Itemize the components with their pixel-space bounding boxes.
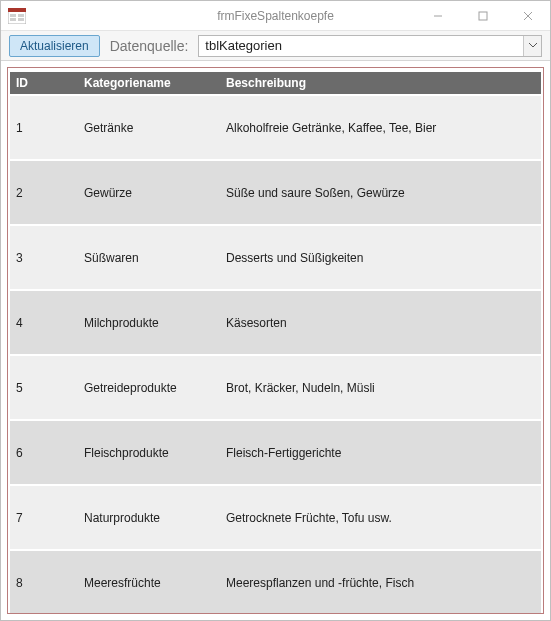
titlebar: frmFixeSpaltenkoepfe <box>1 1 550 31</box>
cell-desc: Brot, Kräcker, Nudeln, Müsli <box>220 355 541 420</box>
col-header-id[interactable]: ID <box>10 72 78 95</box>
datasource-combo[interactable]: tblKategorien <box>198 35 542 57</box>
cell-desc: Käsesorten <box>220 290 541 355</box>
cell-name: Süßwaren <box>78 225 220 290</box>
svg-rect-2 <box>10 14 16 17</box>
svg-rect-1 <box>8 8 26 12</box>
cell-name: Fleischprodukte <box>78 420 220 485</box>
table-row[interactable]: 1 Getränke Alkoholfreie Getränke, Kaffee… <box>10 95 541 160</box>
table-row[interactable]: 7 Naturprodukte Getrocknete Früchte, Tof… <box>10 485 541 550</box>
close-button[interactable] <box>505 1 550 30</box>
data-table: ID Kategoriename Beschreibung 1 Getränke… <box>10 72 541 614</box>
header-row: ID Kategoriename Beschreibung <box>10 72 541 95</box>
access-form-icon <box>7 7 27 25</box>
data-grid: ID Kategoriename Beschreibung 1 Getränke… <box>7 67 544 614</box>
datasource-value: tblKategorien <box>199 38 523 53</box>
cell-id: 8 <box>10 550 78 614</box>
table-row[interactable]: 6 Fleischprodukte Fleisch-Fertiggerichte <box>10 420 541 485</box>
col-header-name[interactable]: Kategoriename <box>78 72 220 95</box>
cell-desc: Süße und saure Soßen, Gewürze <box>220 160 541 225</box>
cell-desc: Alkoholfreie Getränke, Kaffee, Tee, Bier <box>220 95 541 160</box>
cell-name: Gewürze <box>78 160 220 225</box>
table-row[interactable]: 2 Gewürze Süße und saure Soßen, Gewürze <box>10 160 541 225</box>
cell-id: 3 <box>10 225 78 290</box>
chevron-down-icon[interactable] <box>523 36 541 56</box>
cell-desc: Meerespflanzen und -früchte, Fisch <box>220 550 541 614</box>
svg-rect-4 <box>18 14 24 17</box>
table-row[interactable]: 5 Getreideprodukte Brot, Kräcker, Nudeln… <box>10 355 541 420</box>
svg-rect-5 <box>18 18 24 21</box>
cell-name: Getränke <box>78 95 220 160</box>
datasource-label: Datenquelle: <box>110 38 189 54</box>
content-area: ID Kategoriename Beschreibung 1 Getränke… <box>1 61 550 620</box>
cell-id: 4 <box>10 290 78 355</box>
table-row[interactable]: 3 Süßwaren Desserts und Süßigkeiten <box>10 225 541 290</box>
minimize-button[interactable] <box>415 1 460 30</box>
col-header-desc[interactable]: Beschreibung <box>220 72 541 95</box>
cell-id: 5 <box>10 355 78 420</box>
window-controls <box>415 1 550 30</box>
toolbar: Aktualisieren Datenquelle: tblKategorien <box>1 31 550 61</box>
cell-id: 1 <box>10 95 78 160</box>
table-row[interactable]: 8 Meeresfrüchte Meerespflanzen und -früc… <box>10 550 541 614</box>
cell-id: 2 <box>10 160 78 225</box>
cell-desc: Fleisch-Fertiggerichte <box>220 420 541 485</box>
table-row[interactable]: 4 Milchprodukte Käsesorten <box>10 290 541 355</box>
cell-name: Getreideprodukte <box>78 355 220 420</box>
maximize-button[interactable] <box>460 1 505 30</box>
refresh-button[interactable]: Aktualisieren <box>9 35 100 57</box>
cell-name: Naturprodukte <box>78 485 220 550</box>
svg-rect-7 <box>479 12 487 20</box>
cell-desc: Desserts und Süßigkeiten <box>220 225 541 290</box>
cell-name: Meeresfrüchte <box>78 550 220 614</box>
cell-id: 6 <box>10 420 78 485</box>
cell-name: Milchprodukte <box>78 290 220 355</box>
window: frmFixeSpaltenkoepfe Aktualisieren Daten… <box>0 0 551 621</box>
cell-desc: Getrocknete Früchte, Tofu usw. <box>220 485 541 550</box>
cell-id: 7 <box>10 485 78 550</box>
svg-rect-3 <box>10 18 16 21</box>
